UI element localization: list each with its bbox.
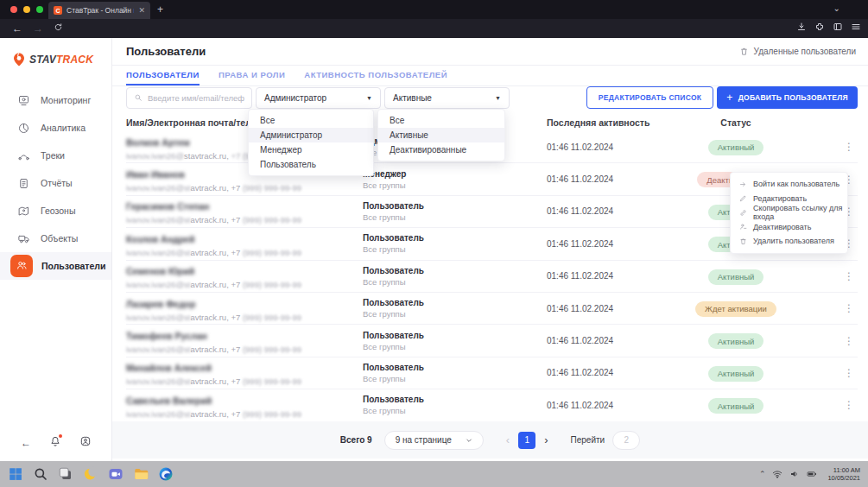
- maximize-window-icon[interactable]: [36, 6, 43, 13]
- tray-expand-icon[interactable]: ⌃: [759, 470, 766, 478]
- row-menu-button[interactable]: ⋮: [780, 367, 858, 379]
- reload-button[interactable]: [54, 22, 63, 35]
- moon-app-icon[interactable]: [83, 466, 98, 482]
- status-badge: Активный: [708, 269, 764, 285]
- current-page-button[interactable]: 1: [518, 432, 535, 449]
- list-tabs-icon[interactable]: ⌄: [833, 3, 840, 13]
- go-to-page-input[interactable]: 2: [612, 431, 640, 450]
- collapse-sidebar-icon[interactable]: ←: [21, 437, 31, 449]
- sidebar-toggle-icon[interactable]: [833, 22, 843, 32]
- sidebar-item-tracks[interactable]: Треки: [0, 142, 111, 169]
- row-menu-button[interactable]: ⋮: [780, 399, 858, 411]
- context-menu-delete[interactable]: Удалить пользователя: [731, 234, 847, 249]
- active-item-tile: [10, 255, 33, 277]
- table-row[interactable]: Лазарев Федор ivanov.ivan26@stavtrack.ru…: [126, 293, 858, 325]
- menu-hamburger-icon[interactable]: [851, 22, 861, 32]
- sidebar-item-users[interactable]: Пользователи: [0, 252, 111, 280]
- table-row[interactable]: Савельев Валерий ivanov.ivan26@stavtrack…: [126, 389, 858, 421]
- search-input[interactable]: [148, 93, 244, 103]
- per-page-select[interactable]: 9 на странице: [384, 431, 484, 450]
- context-menu-copylink[interactable]: Скопировать ссылку для входа: [731, 206, 847, 220]
- taskbar-clock[interactable]: 11:00 AM 10/05/2021: [827, 466, 860, 482]
- downloads-icon[interactable]: [796, 22, 807, 32]
- sidebar-item-geozones[interactable]: Геозоны: [0, 197, 111, 225]
- page-title: Пользователи: [126, 45, 206, 58]
- sidebar-item-label: Отчёты: [41, 178, 73, 188]
- browser-tab[interactable]: С СтавТрак - Онлайн мониторин ✕: [48, 2, 150, 19]
- edge-browser-icon[interactable]: [158, 466, 174, 482]
- start-menu-icon[interactable]: [8, 466, 23, 482]
- user-search-box[interactable]: [126, 87, 252, 109]
- volume-icon[interactable]: [789, 469, 800, 479]
- battery-icon[interactable]: [807, 469, 817, 479]
- table-row[interactable]: Тимофеев Руслан ivanov.ivan26@stavtrack.…: [126, 325, 858, 357]
- row-menu-button[interactable]: ⋮: [780, 335, 858, 347]
- sidebar-item-monitoring[interactable]: Мониторинг: [0, 86, 111, 114]
- wifi-icon[interactable]: [772, 469, 782, 479]
- file-explorer-icon[interactable]: [133, 466, 149, 482]
- dropdown-option[interactable]: Все: [378, 113, 504, 128]
- user-role: Пользователь: [363, 363, 547, 372]
- edit-list-button[interactable]: РЕДАКТИРОВАТЬ СПИСОК: [586, 86, 714, 109]
- taskbar-search-icon[interactable]: [33, 466, 48, 482]
- user-name: Волков Артем: [126, 137, 190, 148]
- minimize-window-icon[interactable]: [23, 6, 30, 13]
- profile-icon[interactable]: [79, 435, 92, 451]
- task-view-icon[interactable]: [58, 466, 73, 482]
- extensions-icon[interactable]: [814, 22, 825, 32]
- desktop-screen: С СтавТрак - Онлайн мониторин ✕ + ⌄ ← → …: [0, 0, 868, 487]
- context-menu-deactivate[interactable]: Деактивировать: [731, 220, 847, 235]
- sidebar-item-label: Пользователи: [41, 261, 105, 271]
- tab-1[interactable]: ПРАВА И РОЛИ: [219, 66, 285, 85]
- logo-text: STAVTRACK: [29, 54, 93, 66]
- close-window-icon[interactable]: [10, 6, 17, 13]
- sidebar-item-analytics[interactable]: Аналитика: [0, 114, 111, 142]
- delete-icon: [739, 237, 747, 245]
- back-button[interactable]: ←: [12, 22, 22, 35]
- sidebar-item-objects[interactable]: Объекты: [0, 225, 111, 252]
- last-activity: 01:46 11.02.2024: [547, 271, 692, 281]
- user-name: Тимофеев Руслан: [126, 331, 207, 341]
- row-menu-button[interactable]: ⋮: [780, 302, 858, 314]
- table-row[interactable]: Михайлов Алексей ivanov.ivan26@stavtrack…: [126, 357, 858, 389]
- chevron-down-icon: ▼: [366, 95, 372, 101]
- window-controls[interactable]: [10, 6, 43, 13]
- dropdown-option[interactable]: Администратор: [249, 128, 373, 142]
- add-user-button[interactable]: + ДОБАВИТЬ ПОЛЬЗОВАТЕЛЯ: [717, 86, 858, 109]
- dropdown-option[interactable]: Все: [249, 113, 373, 128]
- notifications-bell-icon[interactable]: [49, 435, 61, 451]
- row-context-menu: Войти как пользовательРедактироватьСкопи…: [730, 172, 848, 254]
- status-filter-select[interactable]: Активные▼: [384, 87, 510, 109]
- next-page-button[interactable]: ›: [544, 433, 548, 446]
- total-count: Всего 9: [340, 435, 372, 445]
- last-activity: 01:46 11.02.2024: [547, 174, 692, 184]
- user-name: Семенов Юрий: [126, 266, 194, 276]
- tab-close-icon[interactable]: ✕: [138, 6, 145, 15]
- dropdown-option[interactable]: Менеджер: [249, 142, 373, 157]
- teams-chat-icon[interactable]: [108, 466, 124, 482]
- user-contact: ivanov.ivan26@stavtrack.ru, +7 (999) 999…: [126, 376, 363, 386]
- role-filter-select[interactable]: Администратор▼: [256, 87, 381, 109]
- plus-icon: +: [726, 92, 732, 104]
- row-menu-button[interactable]: ⋮: [780, 141, 858, 153]
- dropdown-option[interactable]: Пользователь: [249, 157, 373, 172]
- table-row[interactable]: Семенов Юрий ivanov.ivan26@stavtrack.ru,…: [126, 261, 858, 293]
- dropdown-option[interactable]: Активные: [378, 128, 504, 142]
- last-activity: 01:46 11.02.2024: [547, 239, 692, 249]
- row-menu-button[interactable]: ⋮: [780, 270, 858, 282]
- tab-0[interactable]: ПОЛЬЗОВАТЕЛИ: [126, 66, 200, 85]
- dropdown-option[interactable]: Деактивированные: [378, 142, 504, 157]
- forward-button[interactable]: →: [33, 22, 43, 35]
- user-name: Герасимов Степан: [126, 201, 209, 212]
- context-menu-login[interactable]: Войти как пользователь: [731, 177, 847, 192]
- page-header: Пользователи Удаленные пользователи: [112, 38, 868, 66]
- chevron-down-icon: [466, 437, 472, 444]
- sidebar-item-reports[interactable]: Отчёты: [0, 169, 111, 197]
- deleted-users-button[interactable]: Удаленные пользователи: [739, 47, 856, 56]
- analytics-icon: [17, 122, 30, 135]
- prev-page-button[interactable]: ‹: [506, 433, 510, 446]
- deactivate-icon: [739, 223, 747, 231]
- user-group: Все группы: [363, 212, 547, 222]
- new-tab-button[interactable]: +: [157, 3, 163, 16]
- tab-2[interactable]: АКТИВНОСТЬ ПОЛЬЗОВАТЕЛЕЙ: [304, 66, 447, 85]
